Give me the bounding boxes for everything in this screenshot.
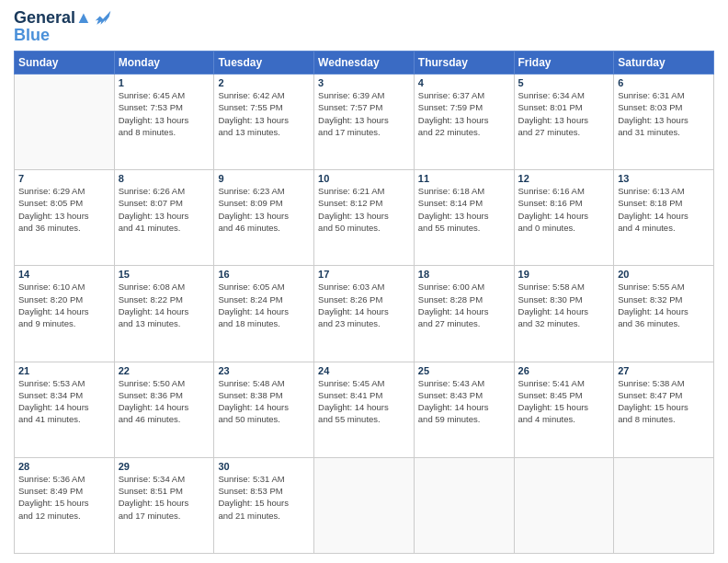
- day-info: Sunrise: 5:41 AM Sunset: 8:45 PM Dayligh…: [518, 377, 610, 426]
- calendar-cell: 5Sunrise: 6:34 AM Sunset: 8:01 PM Daylig…: [514, 75, 614, 170]
- calendar-cell: 1Sunrise: 6:45 AM Sunset: 7:53 PM Daylig…: [114, 75, 214, 170]
- calendar-cell: 27Sunrise: 5:38 AM Sunset: 8:47 PM Dayli…: [614, 362, 714, 457]
- day-number: 10: [318, 173, 410, 184]
- day-info: Sunrise: 5:34 AM Sunset: 8:51 PM Dayligh…: [119, 473, 210, 522]
- day-number: 18: [418, 269, 510, 280]
- week-row-3: 14Sunrise: 6:10 AM Sunset: 8:20 PM Dayli…: [15, 266, 714, 362]
- calendar-cell: 13Sunrise: 6:13 AM Sunset: 8:18 PM Dayli…: [614, 170, 714, 266]
- day-number: 9: [218, 173, 310, 184]
- calendar-cell: 9Sunrise: 6:23 AM Sunset: 8:09 PM Daylig…: [214, 170, 314, 266]
- calendar-cell: 15Sunrise: 6:08 AM Sunset: 8:22 PM Dayli…: [114, 266, 214, 362]
- day-info: Sunrise: 6:31 AM Sunset: 8:03 PM Dayligh…: [618, 89, 710, 138]
- day-info: Sunrise: 6:37 AM Sunset: 7:59 PM Dayligh…: [418, 89, 510, 138]
- day-info: Sunrise: 6:29 AM Sunset: 8:05 PM Dayligh…: [18, 185, 110, 234]
- day-info: Sunrise: 6:45 AM Sunset: 7:53 PM Dayligh…: [119, 89, 210, 138]
- day-info: Sunrise: 5:38 AM Sunset: 8:47 PM Dayligh…: [618, 377, 710, 426]
- day-number: 15: [119, 269, 210, 280]
- calendar-cell: 16Sunrise: 6:05 AM Sunset: 8:24 PM Dayli…: [214, 266, 314, 362]
- day-number: 19: [518, 269, 610, 280]
- calendar-cell: 7Sunrise: 6:29 AM Sunset: 8:05 PM Daylig…: [15, 170, 115, 266]
- calendar-table: SundayMondayTuesdayWednesdayThursdayFrid…: [14, 51, 714, 554]
- day-info: Sunrise: 6:21 AM Sunset: 8:12 PM Dayligh…: [318, 185, 410, 234]
- calendar-cell: 25Sunrise: 5:43 AM Sunset: 8:43 PM Dayli…: [414, 362, 514, 457]
- day-info: Sunrise: 5:48 AM Sunset: 8:38 PM Dayligh…: [218, 377, 310, 426]
- day-header-thursday: Thursday: [414, 52, 514, 75]
- logo-bird-icon: [94, 9, 112, 28]
- day-info: Sunrise: 5:55 AM Sunset: 8:32 PM Dayligh…: [618, 281, 710, 329]
- calendar-cell: 2Sunrise: 6:42 AM Sunset: 7:55 PM Daylig…: [214, 75, 314, 170]
- day-number: 3: [318, 77, 410, 88]
- calendar-cell: [614, 457, 714, 553]
- day-header-saturday: Saturday: [614, 52, 714, 75]
- logo-text: General▲: [14, 9, 92, 28]
- day-info: Sunrise: 5:45 AM Sunset: 8:41 PM Dayligh…: [318, 377, 410, 426]
- day-info: Sunrise: 5:50 AM Sunset: 8:36 PM Dayligh…: [119, 377, 210, 426]
- day-number: 7: [18, 173, 110, 184]
- day-number: 1: [119, 77, 210, 88]
- day-info: Sunrise: 6:26 AM Sunset: 8:07 PM Dayligh…: [119, 185, 210, 234]
- calendar-cell: [414, 457, 514, 553]
- day-number: 24: [318, 365, 410, 376]
- day-number: 6: [618, 77, 710, 88]
- calendar-cell: 11Sunrise: 6:18 AM Sunset: 8:14 PM Dayli…: [414, 170, 514, 266]
- calendar-cell: [15, 75, 115, 170]
- calendar-cell: 14Sunrise: 6:10 AM Sunset: 8:20 PM Dayli…: [15, 266, 115, 362]
- day-info: Sunrise: 6:13 AM Sunset: 8:18 PM Dayligh…: [618, 185, 710, 234]
- calendar-cell: 28Sunrise: 5:36 AM Sunset: 8:49 PM Dayli…: [15, 457, 115, 553]
- day-header-friday: Friday: [514, 52, 614, 75]
- day-info: Sunrise: 5:43 AM Sunset: 8:43 PM Dayligh…: [418, 377, 510, 426]
- day-number: 5: [518, 77, 610, 88]
- calendar-header-row: SundayMondayTuesdayWednesdayThursdayFrid…: [15, 52, 714, 75]
- day-number: 29: [119, 461, 210, 472]
- day-number: 11: [418, 173, 510, 184]
- calendar-cell: 3Sunrise: 6:39 AM Sunset: 7:57 PM Daylig…: [314, 75, 415, 170]
- day-number: 22: [119, 365, 210, 376]
- calendar-cell: 30Sunrise: 5:31 AM Sunset: 8:53 PM Dayli…: [214, 457, 314, 553]
- day-info: Sunrise: 6:03 AM Sunset: 8:26 PM Dayligh…: [318, 281, 410, 329]
- day-number: 28: [18, 461, 110, 472]
- day-info: Sunrise: 5:58 AM Sunset: 8:30 PM Dayligh…: [518, 281, 610, 329]
- calendar-cell: 22Sunrise: 5:50 AM Sunset: 8:36 PM Dayli…: [114, 362, 214, 457]
- logo-blue: Blue: [14, 26, 112, 45]
- day-number: 16: [218, 269, 310, 280]
- calendar-cell: 19Sunrise: 5:58 AM Sunset: 8:30 PM Dayli…: [514, 266, 614, 362]
- day-info: Sunrise: 6:00 AM Sunset: 8:28 PM Dayligh…: [418, 281, 510, 329]
- calendar-cell: 6Sunrise: 6:31 AM Sunset: 8:03 PM Daylig…: [614, 75, 714, 170]
- day-header-sunday: Sunday: [15, 52, 115, 75]
- calendar-cell: 23Sunrise: 5:48 AM Sunset: 8:38 PM Dayli…: [214, 362, 314, 457]
- calendar-cell: [314, 457, 415, 553]
- day-number: 14: [18, 269, 110, 280]
- calendar-cell: 26Sunrise: 5:41 AM Sunset: 8:45 PM Dayli…: [514, 362, 614, 457]
- day-number: 8: [119, 173, 210, 184]
- day-info: Sunrise: 6:16 AM Sunset: 8:16 PM Dayligh…: [518, 185, 610, 234]
- day-number: 13: [618, 173, 710, 184]
- day-number: 12: [518, 173, 610, 184]
- day-info: Sunrise: 6:39 AM Sunset: 7:57 PM Dayligh…: [318, 89, 410, 138]
- day-number: 27: [618, 365, 710, 376]
- day-info: Sunrise: 6:05 AM Sunset: 8:24 PM Dayligh…: [218, 281, 310, 329]
- day-info: Sunrise: 6:08 AM Sunset: 8:22 PM Dayligh…: [119, 281, 210, 329]
- day-info: Sunrise: 6:34 AM Sunset: 8:01 PM Dayligh…: [518, 89, 610, 138]
- calendar-cell: 24Sunrise: 5:45 AM Sunset: 8:41 PM Dayli…: [314, 362, 415, 457]
- day-number: 2: [218, 77, 310, 88]
- day-info: Sunrise: 6:18 AM Sunset: 8:14 PM Dayligh…: [418, 185, 510, 234]
- header: General▲ Blue: [14, 9, 714, 45]
- calendar-cell: 17Sunrise: 6:03 AM Sunset: 8:26 PM Dayli…: [314, 266, 415, 362]
- day-number: 25: [418, 365, 510, 376]
- day-number: 26: [518, 365, 610, 376]
- calendar-cell: 12Sunrise: 6:16 AM Sunset: 8:16 PM Dayli…: [514, 170, 614, 266]
- day-info: Sunrise: 5:53 AM Sunset: 8:34 PM Dayligh…: [18, 377, 110, 426]
- calendar-cell: 10Sunrise: 6:21 AM Sunset: 8:12 PM Dayli…: [314, 170, 415, 266]
- calendar-cell: 21Sunrise: 5:53 AM Sunset: 8:34 PM Dayli…: [15, 362, 115, 457]
- day-number: 21: [18, 365, 110, 376]
- day-info: Sunrise: 5:36 AM Sunset: 8:49 PM Dayligh…: [18, 473, 110, 522]
- calendar-cell: 20Sunrise: 5:55 AM Sunset: 8:32 PM Dayli…: [614, 266, 714, 362]
- calendar-cell: 29Sunrise: 5:34 AM Sunset: 8:51 PM Dayli…: [114, 457, 214, 553]
- week-row-2: 7Sunrise: 6:29 AM Sunset: 8:05 PM Daylig…: [15, 170, 714, 266]
- calendar-cell: 4Sunrise: 6:37 AM Sunset: 7:59 PM Daylig…: [414, 75, 514, 170]
- calendar-cell: 18Sunrise: 6:00 AM Sunset: 8:28 PM Dayli…: [414, 266, 514, 362]
- week-row-1: 1Sunrise: 6:45 AM Sunset: 7:53 PM Daylig…: [15, 75, 714, 170]
- day-info: Sunrise: 6:42 AM Sunset: 7:55 PM Dayligh…: [218, 89, 310, 138]
- calendar-cell: 8Sunrise: 6:26 AM Sunset: 8:07 PM Daylig…: [114, 170, 214, 266]
- day-number: 23: [218, 365, 310, 376]
